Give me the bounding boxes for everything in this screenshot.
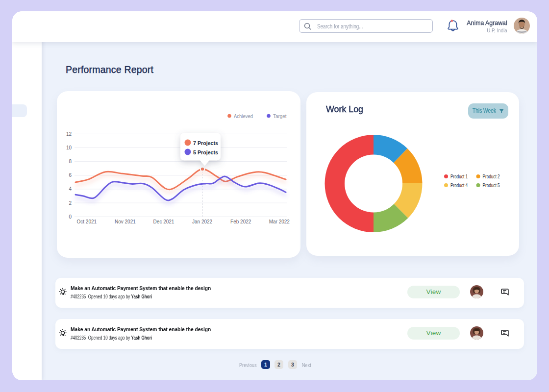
svg-text:4: 4 bbox=[69, 186, 72, 192]
svg-text:10: 10 bbox=[66, 145, 72, 150]
svg-text:Product 5: Product 5 bbox=[483, 183, 500, 188]
svg-text:Dec 2021: Dec 2021 bbox=[153, 219, 175, 224]
svg-text:Product 1: Product 1 bbox=[450, 174, 468, 179]
svg-text:7 Projects: 7 Projects bbox=[193, 140, 218, 147]
svg-text:Jan 2022: Jan 2022 bbox=[192, 219, 213, 224]
svg-text:2: 2 bbox=[69, 200, 72, 206]
svg-text:Nov 2021: Nov 2021 bbox=[115, 219, 136, 224]
svg-text:Product 2: Product 2 bbox=[483, 174, 500, 179]
svg-text:12: 12 bbox=[66, 131, 72, 137]
svg-text:Mar 2022: Mar 2022 bbox=[269, 219, 290, 224]
svg-text:8: 8 bbox=[69, 159, 72, 164]
svg-text:Achieved: Achieved bbox=[234, 113, 253, 119]
svg-text:6: 6 bbox=[69, 172, 72, 178]
svg-text:5 Projects: 5 Projects bbox=[193, 149, 218, 156]
svg-text:Oct 2021: Oct 2021 bbox=[77, 219, 97, 224]
svg-text:Product 4: Product 4 bbox=[450, 183, 468, 188]
svg-text:0: 0 bbox=[69, 214, 72, 220]
svg-text:Target: Target bbox=[273, 113, 287, 119]
svg-text:Feb 2022: Feb 2022 bbox=[230, 219, 251, 224]
